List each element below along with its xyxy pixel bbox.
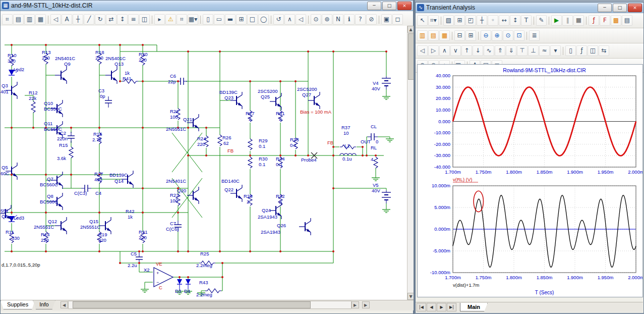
flip-x-icon[interactable]: ⇄: [106, 14, 116, 25]
warning-icon[interactable]: ⚠: [165, 14, 176, 25]
component-dropdown-icon[interactable]: ⌗▾: [428, 15, 439, 26]
find-next-icon[interactable]: ⊚: [322, 14, 332, 25]
no-connect-icon[interactable]: ⊘: [366, 14, 377, 25]
wire-mode-icon[interactable]: ┼: [73, 14, 83, 25]
mirror-icon[interactable]: ◫: [139, 14, 150, 25]
numeric-output-icon[interactable]: ▤: [622, 15, 632, 26]
bjt[interactable]: [237, 95, 242, 98]
paste-from-clipboard-icon[interactable]: ◻: [392, 14, 403, 25]
zoom-in-icon[interactable]: ⊕: [492, 30, 502, 41]
opamp-symbol[interactable]: +−: [154, 268, 173, 287]
bjt[interactable]: [305, 221, 311, 225]
diode-symbol[interactable]: [186, 279, 191, 289]
global-low-icon[interactable]: ⇓: [506, 45, 516, 56]
waveform-buffer-icon[interactable]: ≈: [539, 45, 550, 56]
stop-icon[interactable]: ■: [573, 15, 584, 26]
transistor-symbol[interactable]: [270, 93, 281, 110]
hscroll-track[interactable]: [68, 301, 352, 309]
low-icon[interactable]: ↓: [473, 45, 483, 56]
cursor-mode-icon[interactable]: ┼: [477, 15, 487, 26]
select-arrow-icon[interactable]: ↖: [417, 15, 428, 26]
find-icon[interactable]: ⊙: [311, 14, 321, 25]
pause-icon[interactable]: ∥: [562, 15, 573, 26]
analysis-titlebar[interactable]: ∿ Transient Analysis ─□×: [416, 3, 643, 13]
transistor-symbol[interactable]: [105, 67, 117, 84]
mode-up-icon[interactable]: ∧: [284, 14, 295, 25]
fourier-window-icon[interactable]: ƒ: [589, 15, 599, 26]
first-page-icon[interactable]: |◀: [417, 303, 426, 311]
hscroll-thumb[interactable]: [73, 301, 311, 308]
bjt[interactable]: [193, 117, 199, 121]
bjt[interactable]: [193, 190, 199, 193]
resistor-symbol[interactable]: [248, 157, 252, 168]
inflection-icon[interactable]: ∿: [484, 45, 494, 56]
bjt[interactable]: [61, 220, 67, 224]
restore-button[interactable]: □: [613, 4, 627, 12]
select-mode-icon[interactable]: ◁: [50, 14, 61, 25]
overlay-plots-icon[interactable]: ▦: [439, 30, 450, 41]
capacitor-symbol[interactable]: [68, 132, 75, 143]
text-tool-icon[interactable]: T: [521, 15, 532, 26]
tile-vertical-icon[interactable]: ▤: [428, 30, 439, 41]
split-grid-icon[interactable]: ⊞: [465, 30, 476, 41]
ground-symbol[interactable]: [372, 176, 380, 181]
zoom-out-icon[interactable]: ⊖: [481, 30, 491, 41]
region-box-icon[interactable]: □: [247, 14, 258, 25]
zoom-auto-icon[interactable]: ⊙: [503, 30, 513, 41]
transistor-symbol[interactable]: [299, 218, 311, 235]
ground-symbol[interactable]: [386, 137, 394, 142]
resistor-symbol[interactable]: [218, 135, 222, 146]
diode[interactable]: [177, 279, 182, 284]
minimize-button[interactable]: ─: [367, 2, 381, 10]
page-icon[interactable]: ▯: [565, 45, 576, 56]
schematic-titlebar[interactable]: ▦ and-9M-STTL_10kHz-dist.CIR ─□×: [1, 1, 413, 11]
ground-symbol[interactable]: [141, 287, 149, 292]
bjt[interactable]: [314, 95, 320, 98]
open-file-icon[interactable]: ▤: [13, 14, 24, 25]
hscroll-right-icon[interactable]: ▶: [352, 301, 359, 308]
node-numbers-icon[interactable]: N: [333, 14, 343, 25]
minimize-button[interactable]: ─: [598, 4, 612, 12]
mode-left-icon[interactable]: ◁: [296, 14, 306, 25]
page-add-icon[interactable]: ▯: [203, 14, 213, 25]
bjt[interactable]: [237, 188, 242, 191]
grid-icon[interactable]: ⌗: [177, 14, 187, 25]
diode-symbol[interactable]: [177, 279, 182, 289]
waveform-link[interactable]: v(RL) (V): [453, 177, 473, 182]
close-button[interactable]: ×: [397, 2, 412, 10]
copy-to-clipboard-icon[interactable]: ▣: [381, 14, 392, 25]
hscroll-end-icon[interactable]: ▶: [362, 301, 370, 308]
resistor-symbol[interactable]: [31, 101, 35, 113]
print-icon[interactable]: ▦: [35, 14, 46, 25]
capacitor-symbol[interactable]: [105, 96, 112, 108]
bjt[interactable]: [12, 166, 17, 169]
bjt[interactable]: [57, 175, 63, 178]
align-cursors-icon[interactable]: ⇆: [599, 45, 609, 56]
circle-icon[interactable]: ◯: [258, 14, 269, 25]
tag-dropdown-icon[interactable]: ▾: [550, 45, 561, 56]
help-icon[interactable]: ?: [355, 14, 366, 25]
component-browser-icon[interactable]: ⌗: [2, 14, 13, 25]
text-mode-icon[interactable]: A: [62, 14, 72, 25]
battery-symbol[interactable]: [382, 76, 391, 89]
performance-window-icon[interactable]: F: [600, 15, 610, 26]
point-tag-icon[interactable]: ◦: [488, 15, 498, 26]
flag-icon[interactable]: ▸: [154, 14, 165, 25]
state-variables-icon[interactable]: ≣: [529, 30, 540, 41]
border-icon[interactable]: ▭: [214, 14, 224, 25]
transistor-symbol[interactable]: [187, 187, 199, 204]
tile-horizontal-icon[interactable]: ▥: [417, 30, 428, 41]
bjt[interactable]: [61, 70, 67, 73]
prev-page-icon[interactable]: ◀: [427, 303, 436, 311]
top-edge-icon[interactable]: ⊤: [517, 45, 528, 56]
inductor-symbol[interactable]: [340, 153, 356, 155]
cursor-right-icon[interactable]: ▷: [428, 45, 439, 56]
vertical-tag-icon[interactable]: ↕: [510, 15, 520, 26]
bottom-edge-icon[interactable]: ⊥: [528, 45, 539, 56]
flip-y-icon[interactable]: ↕: [117, 14, 128, 25]
tab-main[interactable]: Main: [460, 303, 488, 311]
scale-lock-icon[interactable]: ◫: [588, 45, 598, 56]
tab-supplies[interactable]: Supplies: [1, 300, 35, 309]
ground-symbol[interactable]: [382, 94, 390, 99]
transistor-symbol[interactable]: [55, 67, 67, 84]
